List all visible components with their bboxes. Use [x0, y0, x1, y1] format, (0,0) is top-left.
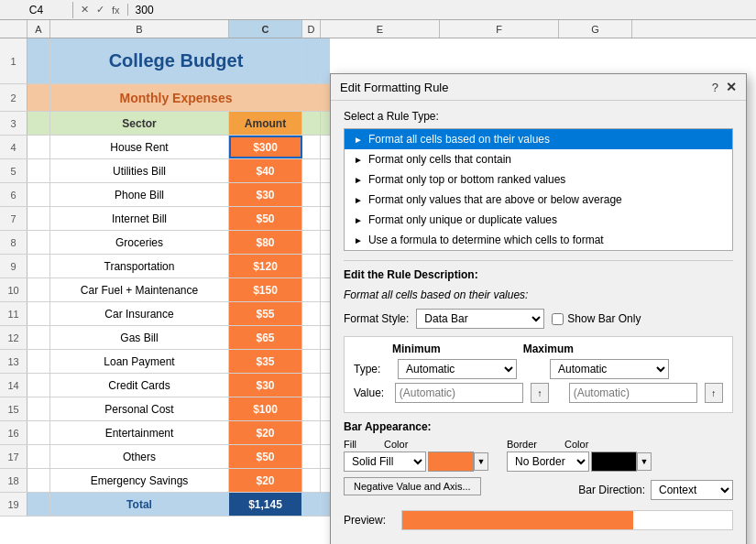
type-row: Type: Automatic Automatic [354, 359, 723, 379]
select-rule-type-label: Select a Rule Type: [344, 110, 733, 123]
format-style-select[interactable]: Data Bar [416, 309, 544, 329]
border-select[interactable]: No Border [507, 452, 589, 472]
close-icon[interactable]: ✕ [726, 80, 737, 94]
dialog-titlebar: Edit Formatting Rule ? ✕ [331, 74, 746, 101]
border-control-row: No Border ▼ [507, 452, 652, 472]
rule-item-5[interactable]: ► Use a formula to determine which cells… [345, 230, 732, 250]
fill-section: Fill Color Solid Fill ▼ [344, 439, 488, 472]
show-bar-only-checkbox[interactable] [552, 313, 564, 325]
border-color-swatch[interactable] [591, 452, 637, 472]
bar-appearance-title: Bar Appearance: [344, 420, 733, 433]
value-row: Value: ↑ ↑ [354, 383, 723, 403]
rule-arrow-4: ► [354, 215, 363, 225]
separator [344, 260, 733, 261]
dialog-body: Select a Rule Type: ► Format all cells b… [331, 101, 746, 544]
value-min-collapse-btn[interactable]: ↑ [531, 383, 549, 403]
rule-item-2[interactable]: ► Format only top or bottom ranked value… [345, 169, 732, 190]
preview-bar [402, 511, 633, 529]
minmax-header: Minimum Maximum [354, 343, 723, 355]
format-style-row: Format Style: Data Bar Show Bar Only [344, 309, 733, 329]
preview-row: Preview: [344, 510, 733, 530]
minmax-section: Minimum Maximum Type: Automatic Automati… [344, 336, 733, 413]
value-max-input[interactable] [569, 383, 697, 403]
border-color-dropdown-btn[interactable]: ▼ [637, 452, 652, 471]
type-max-select[interactable]: Automatic [550, 359, 669, 379]
bar-appearance-row: Fill Color Solid Fill ▼ [344, 439, 733, 472]
type-min-select[interactable]: Automatic [398, 359, 517, 379]
edit-rule-desc-label: Edit the Rule Description: [344, 268, 733, 281]
fill-control-row: Solid Fill ▼ [344, 452, 488, 472]
rule-desc-subtitle: Format all cells based on their values: [344, 288, 733, 301]
rule-arrow-0: ► [354, 135, 363, 145]
fill-label: Fill [344, 439, 356, 450]
border-color-picker: ▼ [591, 452, 652, 472]
border-section: Border Color No Border ▼ [507, 439, 652, 472]
preview-bar-container [401, 510, 733, 530]
bar-color-swatch[interactable] [428, 452, 474, 472]
value-max-collapse-btn[interactable]: ↑ [705, 383, 723, 403]
neg-axis-direction-row: Negative Value and Axis... Bar Direction… [344, 477, 733, 503]
fill-select[interactable]: Solid Fill [344, 452, 426, 472]
negative-value-axis-button[interactable]: Negative Value and Axis... [344, 477, 481, 495]
value-label: Value: [354, 386, 388, 399]
fill-color-picker: ▼ [428, 452, 488, 472]
rule-item-0[interactable]: ► Format all cells based on their values [345, 129, 732, 149]
bar-direction-label: Bar Direction: [578, 484, 645, 496]
preview-label: Preview: [344, 514, 394, 527]
type-label: Type: [354, 363, 390, 375]
rule-item-3[interactable]: ► Format only values that are above or b… [345, 190, 732, 210]
show-bar-only-checkbox-label[interactable]: Show Bar Only [552, 312, 641, 325]
rule-arrow-5: ► [354, 235, 363, 245]
dialog-overlay: Edit Formatting Rule ? ✕ Select a Rule T… [0, 0, 756, 544]
edit-formatting-rule-dialog: Edit Formatting Rule ? ✕ Select a Rule T… [330, 73, 747, 544]
color-label-2: Color [564, 439, 588, 450]
color-label-1: Color [384, 439, 408, 450]
dialog-controls: ? ✕ [712, 80, 737, 94]
bar-direction-select[interactable]: Context [651, 480, 733, 500]
format-style-label: Format Style: [344, 312, 409, 325]
rule-arrow-1: ► [354, 155, 363, 165]
rule-list: ► Format all cells based on their values… [344, 128, 733, 251]
value-min-input[interactable] [395, 383, 523, 403]
rule-item-4[interactable]: ► Format only unique or duplicate values [345, 210, 732, 230]
rule-item-1[interactable]: ► Format only cells that contain [345, 149, 732, 169]
bar-direction-section: Bar Direction: Context [578, 480, 733, 500]
border-label: Border [507, 439, 537, 450]
rule-arrow-3: ► [354, 195, 363, 205]
dialog-title: Edit Formatting Rule [340, 81, 449, 94]
help-icon[interactable]: ? [712, 81, 718, 94]
bar-color-dropdown-btn[interactable]: ▼ [474, 452, 488, 471]
rule-arrow-2: ► [354, 175, 363, 185]
